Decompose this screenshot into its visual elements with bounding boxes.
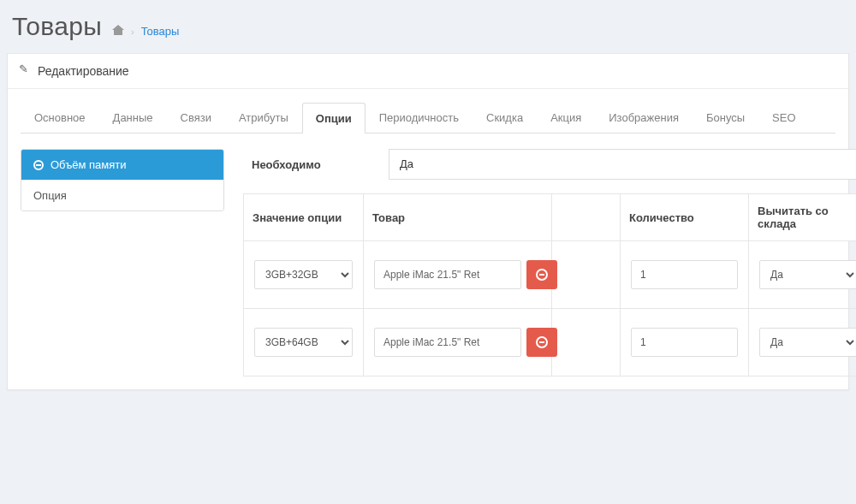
panel-heading: Редактирование — [8, 54, 848, 89]
remove-row-button[interactable] — [526, 328, 557, 357]
tab-recurring[interactable]: Периодичность — [366, 102, 473, 133]
pencil-icon — [21, 66, 31, 76]
tab-special[interactable]: Акция — [537, 102, 595, 133]
option-add-label: Опция — [33, 189, 67, 202]
th-spacer — [552, 194, 621, 241]
tab-discount[interactable]: Скидка — [473, 102, 537, 133]
tab-images[interactable]: Изображения — [595, 102, 693, 133]
tab-general[interactable]: Основное — [21, 102, 99, 133]
option-value-select[interactable]: 3GB+64GB — [254, 328, 353, 357]
option-add-item[interactable]: Опция — [21, 180, 223, 210]
breadcrumb-link[interactable]: Товары — [141, 25, 180, 38]
minus-circle-icon — [536, 269, 548, 281]
product-input[interactable] — [374, 328, 521, 357]
table-row: 3GB+32GB — [244, 241, 857, 309]
tab-data[interactable]: Данные — [99, 102, 167, 133]
quantity-input[interactable] — [631, 260, 738, 289]
tab-bar: Основное Данные Связи Атрибуты Опции Пер… — [21, 102, 835, 133]
option-item-memory[interactable]: Объём памяти — [21, 150, 223, 180]
tab-seo[interactable]: SEO — [758, 102, 809, 133]
th-option-value: Значение опции — [244, 194, 364, 241]
tab-links[interactable]: Связи — [167, 102, 225, 133]
subtract-select[interactable]: Да — [759, 328, 856, 357]
required-label: Необходимо — [252, 158, 363, 171]
breadcrumb-home[interactable] — [112, 25, 124, 38]
tab-options[interactable]: Опции — [302, 103, 366, 133]
subtract-select[interactable]: Да — [759, 260, 856, 289]
table-row: 3GB+64GB — [244, 309, 857, 377]
remove-option-icon — [33, 160, 44, 170]
product-input[interactable] — [374, 260, 521, 289]
th-quantity: Количество — [621, 194, 749, 241]
remove-row-button[interactable] — [526, 260, 557, 289]
th-product: Товар — [364, 194, 552, 241]
tab-bonuses[interactable]: Бонусы — [693, 102, 758, 133]
minus-circle-icon — [536, 336, 548, 348]
option-values-table: Значение опции Товар Количество Вычитать… — [243, 193, 856, 377]
edit-panel: Редактирование Основное Данные Связи Атр… — [7, 53, 849, 390]
panel-heading-text: Редактирование — [38, 64, 129, 78]
chevron-right-icon: › — [131, 27, 134, 37]
option-item-label: Объём памяти — [51, 158, 127, 171]
page-title: Товары — [12, 12, 102, 41]
home-icon — [112, 25, 124, 35]
option-value-select[interactable]: 3GB+32GB — [254, 260, 353, 289]
quantity-input[interactable] — [631, 328, 738, 357]
th-subtract: Вычитать со склада — [749, 194, 857, 241]
option-side-list: Объём памяти Опция — [21, 149, 224, 211]
required-select[interactable]: Да — [389, 149, 856, 180]
tab-attributes[interactable]: Атрибуты — [225, 102, 302, 133]
breadcrumb: › Товары — [112, 25, 179, 38]
